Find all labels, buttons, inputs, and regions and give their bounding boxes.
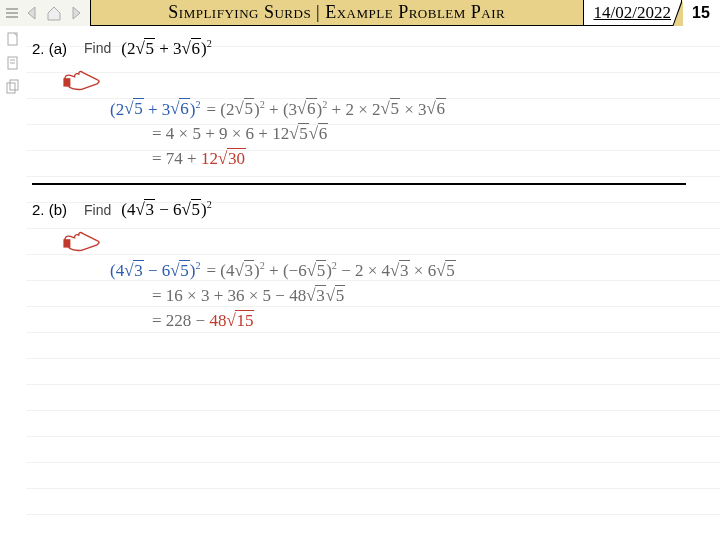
- problem-a-expression: (25 + 36)2: [121, 38, 212, 59]
- home-icon[interactable]: [44, 3, 64, 23]
- problem-b-steps: = 16 × 3 + 36 × 5 − 4835 = 228 − 4815: [152, 286, 690, 331]
- problem-b-header: 2. (b) Find (43 − 65)2: [32, 199, 690, 220]
- page-title: Simplifying Surds | Example Problem Pair: [90, 0, 584, 26]
- svg-rect-7: [7, 83, 15, 93]
- new-page-icon[interactable]: [4, 30, 22, 48]
- svg-rect-10: [63, 239, 70, 247]
- step-a-2: = 4 × 5 + 9 × 6 + 1256: [152, 124, 690, 144]
- outline-icon[interactable]: [4, 5, 20, 21]
- page-number: 15: [682, 0, 720, 26]
- page-content: 2. (a) Find (25 + 36)2 (25 + 36)2 = (25)…: [26, 26, 720, 540]
- problem-b-expansion: (43 − 65)2 = (43)2 + (−65)2 − 2 × 43 × 6…: [110, 260, 690, 281]
- step-b-2: = 16 × 3 + 36 × 5 − 4835: [152, 286, 690, 306]
- header-bar: Simplifying Surds | Example Problem Pair…: [0, 0, 720, 27]
- pointing-hand-icon: [62, 226, 106, 258]
- nav-cluster: [0, 0, 90, 26]
- section-divider: [32, 183, 686, 185]
- problem-a-expansion: (25 + 36)2 = (25)2 + (36)2 + 2 × 25 × 36: [110, 99, 690, 120]
- problem-a-label: 2. (a): [32, 40, 74, 57]
- header-date: 14/02/2022: [584, 0, 682, 26]
- problem-a-steps: = 4 × 5 + 9 × 6 + 1256 = 74 + 1230: [152, 124, 690, 169]
- pointing-hand-icon: [62, 65, 106, 97]
- arrow-left-icon[interactable]: [22, 3, 42, 23]
- svg-rect-8: [10, 80, 18, 90]
- step-a-expand-rhs: = (25)2 + (36)2 + 2 × 25 × 36: [207, 99, 447, 120]
- copy-page-icon[interactable]: [4, 78, 22, 96]
- step-b-expand-rhs: = (43)2 + (−65)2 − 2 × 43 × 65: [207, 260, 456, 281]
- svg-rect-9: [63, 78, 70, 86]
- problem-a-header: 2. (a) Find (25 + 36)2: [32, 38, 690, 59]
- step-a-3: = 74 + 1230: [152, 149, 690, 169]
- problem-b-expression: (43 − 65)2: [121, 199, 212, 220]
- problem-a-instruction: Find: [84, 40, 111, 56]
- arrow-right-icon[interactable]: [66, 3, 86, 23]
- problem-b-instruction: Find: [84, 202, 111, 218]
- step-b-3: = 228 − 4815: [152, 311, 690, 331]
- notes-icon[interactable]: [4, 54, 22, 72]
- step-b-expand-lhs: (43 − 65)2: [110, 260, 201, 281]
- step-a-expand-lhs: (25 + 36)2: [110, 99, 201, 120]
- problem-b-label: 2. (b): [32, 201, 74, 218]
- side-tool-rail: [0, 26, 27, 540]
